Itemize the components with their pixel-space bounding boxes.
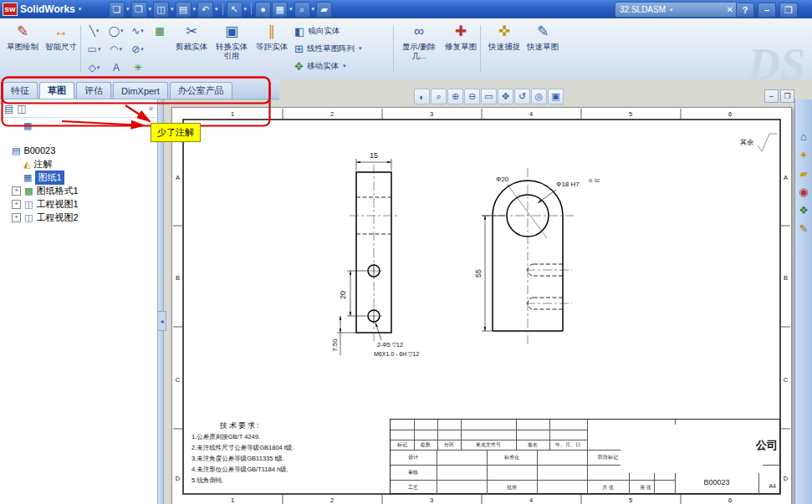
display-delete-relations-button[interactable]: ∞ 显示/删除几... (400, 21, 438, 76)
tab-office-products[interactable]: 办公室产品 (170, 82, 232, 99)
open-document-button[interactable]: ❐ (131, 2, 147, 18)
rectangle-tool-button[interactable]: ▭▾ (84, 41, 105, 57)
point-pattern-button[interactable]: ✳ (127, 59, 149, 75)
tab-dimxpert[interactable]: DimXpert (113, 82, 168, 99)
chevron-down-icon[interactable]: ▾ (98, 46, 101, 53)
titlebar: SW SolidWorks ▾ ❏▾ ❐▾ ◫▾ ▤▾ ↶▾ ↖▾ ● ▦▾ ⌕… (0, 0, 812, 18)
redaction-box (620, 425, 763, 473)
mirror-entities-button[interactable]: ◧ 镜向实体 (294, 23, 340, 38)
trim-entities-button[interactable]: ✂ 剪裁实体 (172, 21, 211, 76)
doc-minimize-icon[interactable]: – (764, 89, 779, 103)
chevron-down-icon[interactable]: ▾ (244, 6, 248, 13)
arc-tool-button[interactable]: ◠▾ (105, 41, 127, 57)
view-palette-icon[interactable]: ❖ (799, 205, 809, 216)
convert-entities-button[interactable]: ▣ 转换实体引用 (212, 21, 251, 76)
panel-collapse-handle[interactable]: ◂ (157, 311, 166, 331)
chevrons-right-icon[interactable]: » (148, 104, 153, 113)
chevron-down-icon[interactable]: ▾ (193, 6, 197, 13)
chevron-down-icon[interactable]: ▾ (215, 6, 218, 13)
select-tool-button[interactable]: ↖ (227, 2, 243, 18)
ellipse-tool-button[interactable]: ⊘▾ (127, 41, 149, 57)
chevron-down-icon[interactable]: ▾ (171, 6, 174, 13)
tab-sketch[interactable]: 草图 (39, 82, 74, 99)
close-document-icon[interactable]: ✕ (727, 5, 733, 14)
macro-bead-button[interactable]: ● (255, 2, 271, 18)
minimize-button[interactable]: – (758, 3, 776, 18)
pan-icon[interactable]: ✥ (498, 89, 513, 104)
tree-root-item[interactable]: ▤ B00023 (0, 144, 157, 157)
chevron-down-icon[interactable]: ▾ (359, 45, 362, 52)
zoom-fit-icon[interactable]: ⌕ (431, 89, 447, 104)
move-entities-button[interactable]: ✥ 移动实体 ▾ (294, 59, 346, 74)
tree-item-annotations[interactable]: ◭ 注解 (0, 157, 157, 171)
polygon-tool-button[interactable]: ◇▾ (84, 59, 105, 75)
chevron-down-icon[interactable]: ▾ (140, 28, 144, 34)
repair-sketch-button[interactable]: ✚ 修复草图 (442, 21, 480, 76)
drawing-sheet[interactable]: 12 34 56 12 34 56 AB CD AB CD 其余 (171, 107, 792, 504)
save-button[interactable]: ◫ (153, 2, 169, 18)
quick-snaps-button[interactable]: ✜ 快速捕捉 (485, 21, 523, 76)
undo-button[interactable]: ↶ (197, 2, 213, 18)
zoom-previous-icon[interactable]: ◐ (414, 89, 430, 104)
convert-entities-icon: ▣ (225, 21, 238, 42)
file-folder-button[interactable]: ▰ (316, 2, 332, 18)
line-tool-button[interactable]: ╲▾ (84, 23, 105, 38)
flyout-tree-icon[interactable]: ▦ (23, 120, 32, 131)
chevron-down-icon[interactable]: ▾ (126, 6, 130, 13)
chevron-down-icon[interactable]: ▾ (97, 64, 100, 71)
chevron-down-icon[interactable]: ▾ (96, 28, 100, 34)
rotate-view-icon[interactable]: ↺ (514, 89, 530, 104)
tree-item-sheet-format1[interactable]: + ▩ 图纸格式1 (0, 184, 157, 197)
tree-item-drawing-view2[interactable]: + ◫ 工程视图2 (0, 211, 157, 224)
print-button[interactable]: ▤ (176, 2, 192, 18)
chevron-down-icon[interactable]: ▾ (120, 28, 124, 34)
document-tab[interactable]: 32.SLDASM ▾ ✕ (615, 2, 738, 18)
linear-sketch-pattern-button[interactable]: ⊞ 线性草图阵列 ▾ (294, 41, 362, 56)
home-icon[interactable]: ⌂ (800, 131, 807, 143)
chevron-down-icon[interactable]: ▾ (140, 46, 144, 53)
zoom-in-icon[interactable]: ⊕ (447, 89, 463, 104)
expand-plus-icon[interactable]: + (12, 186, 21, 196)
sheet-format-icon: ▩ (24, 186, 33, 196)
property-manager-tab-icon[interactable]: ◫ (17, 103, 26, 115)
text-tool-button[interactable]: A (105, 59, 127, 75)
zoom-area-icon[interactable]: ▭ (481, 89, 497, 104)
doc-restore-icon[interactable]: ❐ (780, 89, 794, 103)
chevron-down-icon[interactable]: ▾ (119, 46, 122, 53)
view-settings-button[interactable]: ▦ (272, 2, 288, 18)
maximize-button[interactable]: ❐ (779, 3, 798, 18)
design-library-icon[interactable]: ✦ (799, 150, 809, 161)
line-icon: ╲ (89, 25, 95, 37)
chevron-down-icon[interactable]: ▾ (149, 6, 152, 13)
chevron-down-icon[interactable]: ▾ (343, 63, 346, 69)
rapid-sketch-button[interactable]: ✎ 快速草图 (523, 21, 562, 76)
expand-plus-icon[interactable]: + (12, 200, 21, 209)
file-explorer-icon[interactable]: ▰ (799, 168, 808, 180)
tree-item-drawing-view1[interactable]: + ◫ 工程视图1 (0, 197, 157, 211)
help-button[interactable]: ? (736, 3, 754, 18)
magnifier-button[interactable]: ⌕ (294, 2, 310, 18)
solidworks-resources-icon[interactable]: ◉ (799, 186, 808, 198)
feature-tree-tab-icon[interactable]: ▤ (4, 103, 13, 115)
smart-dimension-button[interactable]: ↔ 智能尺寸 (42, 21, 80, 76)
expand-plus-icon[interactable]: + (12, 213, 21, 222)
circle-tool-button[interactable]: ◯▾ (105, 23, 127, 38)
toolbar-separator (251, 3, 252, 15)
chevron-down-icon[interactable]: ▾ (289, 6, 293, 13)
zoom-out-icon[interactable]: ⊖ (464, 89, 480, 104)
new-document-button[interactable]: ❏ (109, 2, 125, 18)
tab-features[interactable]: 特征 (3, 82, 38, 99)
view-orientation-icon[interactable]: ◎ (531, 89, 547, 104)
sketch-button[interactable]: ✎ 草图绘制 (3, 21, 42, 76)
tree-item-sheet1[interactable]: ▦ 图纸1 (0, 171, 157, 184)
graphics-area[interactable]: 12 34 56 12 34 56 AB CD AB CD 其余 (164, 99, 794, 504)
custom-properties-icon[interactable]: ✎ (799, 223, 809, 235)
offset-entities-button[interactable]: ∥ 等距实体 (253, 21, 291, 76)
chevron-down-icon[interactable]: ▾ (312, 6, 315, 13)
display-style-icon[interactable]: ▣ (548, 89, 564, 104)
chevron-down-icon[interactable]: ▾ (670, 7, 673, 13)
spline-tool-button[interactable]: ∿▾ (127, 23, 149, 38)
panel-divider[interactable] (158, 99, 164, 504)
tab-evaluate[interactable]: 评估 (76, 82, 111, 99)
sketch-pattern-button[interactable]: ▦ (149, 23, 171, 38)
